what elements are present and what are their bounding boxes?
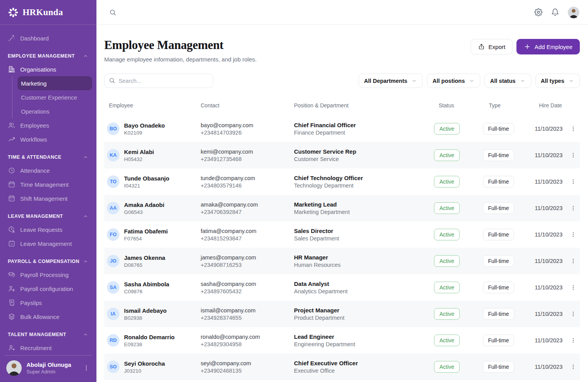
sidebar-subitem-customer-experience[interactable]: Customer Experience [18,90,92,104]
filter-types[interactable]: All types [536,74,580,88]
receipt-icon [8,299,16,307]
main-area: Employee Management Manage employee info… [96,0,588,382]
employee-position: Sales Director [294,228,426,234]
sidebar-item-leave-requests[interactable]: Leave Requests [0,223,96,237]
section-payroll-compensation[interactable]: PAYROLL & COMPENSATION [0,258,96,265]
sidebar-item-bulk-allowance[interactable]: Bulk Allowance [0,310,96,324]
section-talent-management[interactable]: TALENT MANAGEMENT [0,331,96,338]
col-contact: Contact [201,102,294,109]
sidebar-item-organisations[interactable]: Organisations [0,62,96,76]
section-time-attendance[interactable]: TIME & ATTENDANCE [0,153,96,161]
row-menu-kebab-icon[interactable] [568,177,578,187]
sidebar-item-leave-management[interactable]: Leave Management [0,237,96,251]
employee-email: sasha@company.com [201,281,294,287]
status-badge: Active [434,123,460,135]
calendar-icon [8,180,16,188]
chevron-up-icon [82,331,89,338]
sidebar-item-payroll-configuration[interactable]: Payroll configuration [0,282,96,296]
employee-position: HR Manager [294,254,426,261]
section-leave-management[interactable]: LEAVE MANAGEMENT [0,212,96,220]
filter-positions[interactable]: All postions [427,74,480,88]
search-icon [108,77,116,84]
settings-gear-icon[interactable] [534,8,542,16]
user-plus-icon [8,344,16,352]
type-badge: Full-time [483,282,514,293]
hire-date: 11/10/2023 [521,364,566,370]
employee-position: Data Analyst [294,280,426,287]
table-row: IA Ismail Adebayo B02938 ismail@company.… [104,301,580,327]
employee-name: Tunde Obasanjo [124,175,169,182]
employee-phone: +234897605432 [201,288,294,294]
sidebar-item-payslips[interactable]: Payslips [0,296,96,310]
calendar-dots-icon [8,195,16,202]
type-badge: Full-time [483,361,514,373]
employee-phone: +234815293847 [201,235,294,242]
avatar-initials: AA [107,202,119,214]
hire-date: 11/10/2023 [521,231,566,238]
add-employee-button[interactable]: Add Employee [516,39,580,54]
hire-date: 11/10/2023 [521,258,566,264]
employee-department: Technology Department [294,182,426,189]
section-employee-management[interactable]: EMPLOYEE MANAGEMENT [0,52,96,60]
sidebar-item-workflows[interactable]: Workflows [0,132,96,146]
row-menu-kebab-icon[interactable] [568,124,578,134]
chevron-up-icon [82,213,89,219]
topbar-avatar[interactable] [568,7,579,18]
status-badge: Active [434,282,460,293]
search-input[interactable] [104,74,213,88]
users-icon [8,121,16,129]
employee-department: Sales Department [294,235,426,242]
row-menu-kebab-icon[interactable] [568,362,578,372]
sidebar-item-payroll-processing[interactable]: Payroll Processing [0,268,96,282]
filter-departments[interactable]: All Departments [359,74,423,88]
employee-id: J03210 [124,368,165,374]
type-badge: Full-time [483,335,514,346]
row-menu-kebab-icon[interactable] [568,309,578,319]
filter-status[interactable]: All status [485,74,531,88]
building-icon [8,65,16,73]
row-menu-kebab-icon[interactable] [568,335,578,345]
employee-name: Fatima Obafemi [124,228,168,235]
sidebar-item-employees[interactable]: Employees [0,118,96,132]
employee-name: Seyi Okorocha [124,360,165,367]
user-menu-kebab-icon[interactable] [82,364,90,372]
type-badge: Full-time [483,308,514,320]
employee-phone: +234912735468 [201,156,294,162]
employee-position: Chief Financial Officer [294,122,426,128]
page-title: Employee Management [104,38,257,52]
sidebar-item-attendance[interactable]: Attendance [0,163,96,177]
employee-id: K02109 [124,130,165,136]
row-menu-kebab-icon[interactable] [568,150,578,160]
employee-name: Kemi Alabi [124,149,154,155]
employee-id: B02938 [124,315,166,321]
employee-department: Engineering Department [294,341,426,347]
calendar-minus-icon [8,240,16,247]
notifications-bell-icon[interactable] [551,8,559,16]
employee-email: ismail@company.com [201,307,294,314]
avatar-initials: SA [107,281,119,294]
avatar-initials: RD [107,334,119,347]
employee-id: I04321 [124,183,169,189]
table-row: SO Seyi Okorocha J03210 seyi@company.com… [104,354,580,380]
topbar-search-icon[interactable] [109,9,117,16]
sidebar-item-recruitment[interactable]: Recruitment [0,341,96,355]
employee-id: F07654 [124,236,168,242]
row-menu-kebab-icon[interactable] [568,203,578,213]
sidebar-item-shift-management[interactable]: Shift Management [0,191,96,205]
sidebar-subitem-marketing[interactable]: Marketing [18,76,92,90]
sidebar-item-time-management[interactable]: Time Management [0,177,96,191]
col-status: Status [426,102,475,109]
user-name: Abolaji Olunuga [26,361,71,368]
row-menu-kebab-icon[interactable] [568,256,578,266]
employee-department: Executive Office [294,368,426,374]
row-menu-kebab-icon[interactable] [568,282,578,293]
export-button[interactable]: Export [471,39,513,54]
type-badge: Full-time [483,176,514,187]
avatar-initials: TO [107,175,119,188]
user-avatar[interactable] [6,360,22,376]
avatar-initials: BO [107,123,119,135]
sidebar-subitem-operations[interactable]: Operations [18,104,92,118]
sidebar-item-dashboard[interactable]: Dashboard [0,31,96,45]
employee-department: Marketing Department [294,209,426,215]
row-menu-kebab-icon[interactable] [568,230,578,240]
